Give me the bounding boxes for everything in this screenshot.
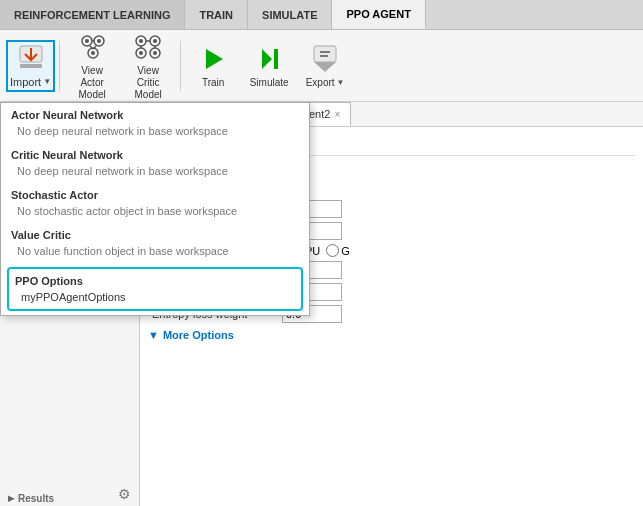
svg-point-6 <box>97 39 101 43</box>
train-label: Train <box>202 77 224 88</box>
train-button[interactable]: Train <box>185 39 241 92</box>
simulate-icon <box>253 43 285 75</box>
import-label: Import <box>10 76 41 88</box>
dropdown-actor-nn-item[interactable]: No deep neural network in base workspace <box>1 123 309 143</box>
svg-point-19 <box>153 51 157 55</box>
view-critic-icon <box>132 31 164 63</box>
dropdown-stochastic-actor-item[interactable]: No stochastic actor object in base works… <box>1 203 309 223</box>
simulate-label: Simulate <box>250 77 289 88</box>
simulate-button[interactable]: Simulate <box>241 39 297 92</box>
view-actor-model-button[interactable]: ViewActor Model <box>64 27 120 105</box>
svg-rect-2 <box>20 64 42 68</box>
results-section-label: Results <box>18 493 54 504</box>
results-section-arrow[interactable]: ▶ <box>8 494 14 503</box>
dropdown-value-critic-title: Value Critic <box>1 223 309 243</box>
tab-agent2-close[interactable]: × <box>334 109 340 120</box>
svg-marker-23 <box>206 49 223 69</box>
import-dropdown-menu: Actor Neural Network No deep neural netw… <box>0 102 310 316</box>
view-actor-icon <box>76 31 108 63</box>
export-label: Export <box>306 77 335 88</box>
tab-ppo-agent[interactable]: PPO AGENT <box>332 0 425 29</box>
view-critic-model-button[interactable]: ViewCritic Model <box>120 27 176 105</box>
top-navigation: REINFORCEMENT LEARNING TRAIN SIMULATE PP… <box>0 0 643 30</box>
export-dropdown-arrow[interactable]: ▼ <box>337 78 345 87</box>
dropdown-stochastic-actor-title: Stochastic Actor <box>1 183 309 203</box>
separator-1 <box>59 41 60 91</box>
svg-point-4 <box>85 39 89 43</box>
tab-reinforcement-learning[interactable]: REINFORCEMENT LEARNING <box>0 0 185 29</box>
dropdown-critic-nn-item[interactable]: No deep neural network in base workspace <box>1 163 309 183</box>
g-label: G <box>341 245 350 257</box>
gear-icon[interactable]: ⚙ <box>118 486 131 502</box>
dropdown-actor-nn-title: Actor Neural Network <box>1 103 309 123</box>
svg-point-17 <box>139 51 143 55</box>
svg-rect-25 <box>274 49 278 69</box>
more-options-label: More Options <box>163 329 234 341</box>
svg-marker-24 <box>262 49 272 69</box>
more-options-arrow: ▼ <box>148 329 159 341</box>
export-icon <box>309 43 341 75</box>
train-icon <box>197 43 229 75</box>
view-critic-label: ViewCritic Model <box>122 65 174 101</box>
svg-point-13 <box>139 39 143 43</box>
dropdown-value-critic-item[interactable]: No value function object in base workspa… <box>1 243 309 263</box>
dropdown-ppo-section: PPO Options myPPOAgentOptions <box>7 267 303 311</box>
g-radio-label[interactable]: G <box>326 244 350 257</box>
more-options-header[interactable]: ▼ More Options <box>148 329 635 341</box>
svg-rect-26 <box>314 46 336 62</box>
svg-marker-27 <box>314 62 336 72</box>
tab-train[interactable]: TRAIN <box>185 0 248 29</box>
import-button[interactable]: Import ▼ <box>6 40 55 92</box>
import-icon <box>16 44 46 76</box>
dropdown-ppo-item[interactable]: myPPOAgentOptions <box>15 289 295 305</box>
tab-simulate[interactable]: SIMULATE <box>248 0 332 29</box>
svg-point-15 <box>153 39 157 43</box>
svg-point-8 <box>91 51 95 55</box>
separator-2 <box>180 41 181 91</box>
dropdown-critic-nn-title: Critic Neural Network <box>1 143 309 163</box>
g-radio[interactable] <box>326 244 339 257</box>
dropdown-ppo-title: PPO Options <box>15 273 295 289</box>
view-actor-label: ViewActor Model <box>66 65 118 101</box>
toolbar: Import ▼ ViewActor Model <box>0 30 643 102</box>
export-button[interactable]: Export ▼ <box>297 39 353 92</box>
import-dropdown-arrow[interactable]: ▼ <box>43 77 51 86</box>
